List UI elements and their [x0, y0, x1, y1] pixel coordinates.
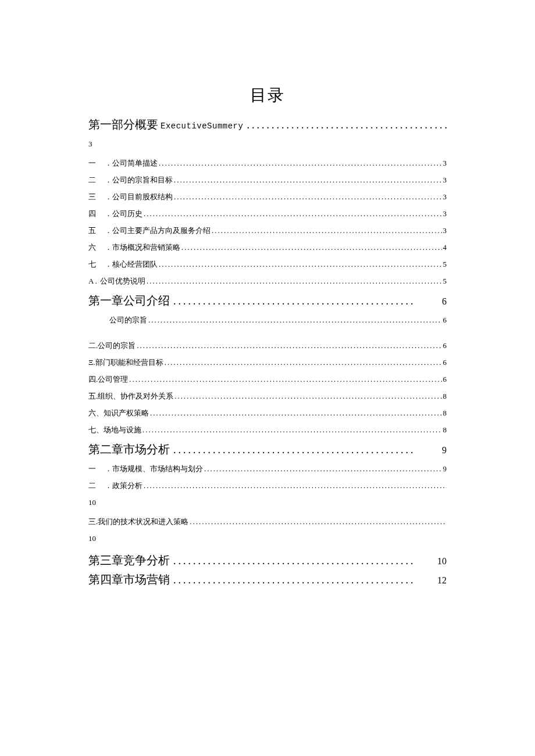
leader-dots: ........................................…: [174, 175, 442, 185]
entry-num: 七: [88, 259, 105, 270]
entry-label: 六、知识产权策略: [88, 408, 149, 418]
section-page: 9: [442, 445, 447, 456]
section-head-chapter3: 第三章竞争分析 ................................…: [88, 553, 447, 568]
leader-dots: ........................................…: [137, 341, 441, 350]
section-label: 第四章市场营销: [88, 572, 170, 587]
entry-label: 七、场地与设施: [88, 425, 141, 435]
toc-entry: 三.我们的技术状况和进入策略 .........................…: [88, 517, 447, 527]
entry-num: 四: [88, 209, 105, 219]
toc-entry: 五.组织、协作及对外关系 ...........................…: [88, 391, 447, 402]
leader-dots: ........................................…: [174, 392, 441, 401]
overflow-page-num: 3: [88, 139, 447, 149]
entry-page: 3: [443, 175, 447, 185]
leader-dots: ........................................…: [147, 277, 442, 286]
toc-entry: 一 ．公司简单描述 ..............................…: [88, 158, 447, 169]
entry-page: 6: [443, 316, 447, 325]
entry-num: 三: [88, 192, 105, 202]
entry-page: 6: [443, 341, 447, 350]
section-sublabel: ExecutiveSummery: [160, 121, 243, 131]
entry-page: 6: [443, 358, 447, 367]
leader-dots: ........................................…: [150, 409, 442, 418]
overflow-page-num: 10: [88, 534, 447, 543]
entry-label: ．公司主要产品方向及服务介绍: [105, 225, 211, 236]
leader-dots: ........................................…: [190, 517, 447, 526]
entry-page: 8: [443, 409, 447, 418]
section-page: 10: [437, 556, 447, 567]
toc-entry: 七 ．核心经营团队 ..............................…: [88, 259, 447, 270]
entry-num: 五: [88, 225, 105, 236]
entry-page: 8: [443, 425, 447, 435]
leader-dots: ........................................…: [173, 574, 435, 586]
leader-dots: ........................................…: [142, 425, 442, 435]
entry-label: ．公司历史: [105, 209, 142, 219]
entry-num: 一: [88, 158, 105, 169]
toc-entry: 二 ．政策分析 ................................…: [88, 481, 447, 491]
leader-dots: ........................................…: [144, 209, 442, 218]
leader-dots: ........................................…: [212, 226, 442, 235]
entry-num: 一: [88, 464, 105, 474]
entry-label: ．公司目前股权结构: [105, 192, 173, 202]
toc-entry: A. 公司优势说明 ..............................…: [88, 276, 447, 286]
toc-entry: 一 ．市场规模、市场结构与划分 ........................…: [88, 464, 447, 474]
entry-label: ．核心经营团队: [105, 259, 158, 270]
leader-dots: ........................................…: [159, 159, 442, 168]
entry-label: 四.公司管理: [88, 374, 128, 385]
section-label: 第一部分概要: [88, 117, 158, 132]
toc-entry: 公司的宗旨 ..................................…: [88, 315, 447, 325]
leader-dots: ........................................…: [129, 375, 441, 384]
leader-dots: ........................................…: [204, 464, 442, 474]
entry-label: ．公司简单描述: [105, 158, 158, 169]
toc-entry: 二 ．公司的宗旨和目标 ............................…: [88, 175, 447, 185]
entry-page: 3: [443, 192, 447, 202]
section-head-part1: 第一部分概要 ExecutiveSummery ................…: [88, 117, 447, 132]
toc-entry: 六、知识产权策略 ...............................…: [88, 408, 447, 418]
leader-dots: ........................................…: [159, 260, 442, 269]
entry-page: 3: [443, 209, 447, 218]
leader-dots: ........................................…: [247, 119, 447, 131]
entry-page: 5: [443, 277, 447, 286]
leader-dots: ........................................…: [144, 481, 447, 490]
entry-label: 公司的宗旨: [109, 315, 147, 325]
entry-page: 6: [443, 375, 447, 384]
leader-dots: ........................................…: [148, 316, 442, 325]
toc-entry: 五 ．公司主要产品方向及服务介绍 .......................…: [88, 225, 447, 236]
entry-page: 3: [443, 226, 447, 235]
toc-entry: 二.公司的宗旨 ................................…: [88, 341, 447, 351]
section-head-chapter1: 第一章公司介绍 ................................…: [88, 293, 447, 309]
toc-entry: 六 ．市场概况和营销策略 ...........................…: [88, 242, 447, 253]
entry-label: ．政策分析: [105, 481, 142, 491]
leader-dots: ........................................…: [173, 555, 435, 567]
leader-dots: ........................................…: [173, 295, 440, 307]
section-label: 第二章市场分析: [88, 442, 170, 457]
leader-dots: ........................................…: [165, 358, 442, 367]
section-page: 6: [442, 296, 447, 307]
entry-label: 三.我们的技术状况和进入策略: [88, 517, 188, 527]
document-page: 目录 第一部分概要 ExecutiveSummery .............…: [0, 0, 535, 587]
entry-label: ．公司的宗旨和目标: [105, 175, 173, 185]
section-label: 第一章公司介绍: [88, 293, 170, 309]
section-label: 第三章竞争分析: [88, 553, 170, 568]
section-head-chapter4: 第四章市场营销 ................................…: [88, 572, 447, 587]
section-page: 12: [437, 575, 447, 586]
toc-entry: 四.公司管理 .................................…: [88, 374, 447, 385]
toc-entry: 四 ．公司历史 ................................…: [88, 209, 447, 219]
leader-dots: ........................................…: [173, 444, 440, 456]
entry-num: 二: [88, 175, 105, 185]
entry-label: ．市场规模、市场结构与划分: [105, 464, 203, 474]
toc-entry: 七、场地与设施 ................................…: [88, 425, 447, 435]
entry-label: Ξ.部门职能和经营目标: [88, 357, 163, 368]
page-title: 目录: [88, 84, 447, 106]
entry-page: 9: [443, 464, 447, 474]
toc-entry: 三 ．公司目前股权结构 ............................…: [88, 192, 447, 202]
entry-page: 3: [443, 159, 447, 168]
entry-label: ．市场概况和营销策略: [105, 242, 180, 253]
entry-page: 5: [443, 260, 447, 269]
entry-label: 五.组织、协作及对外关系: [88, 391, 173, 402]
toc-entry: Ξ.部门职能和经营目标 ............................…: [88, 357, 447, 368]
leader-dots: ........................................…: [181, 243, 442, 252]
entry-num: 二: [88, 481, 105, 491]
entry-num: 六: [88, 242, 105, 253]
entry-label: 公司优势说明: [100, 276, 145, 286]
section-head-chapter2: 第二章市场分析 ................................…: [88, 442, 447, 457]
entry-page: 8: [443, 392, 447, 401]
